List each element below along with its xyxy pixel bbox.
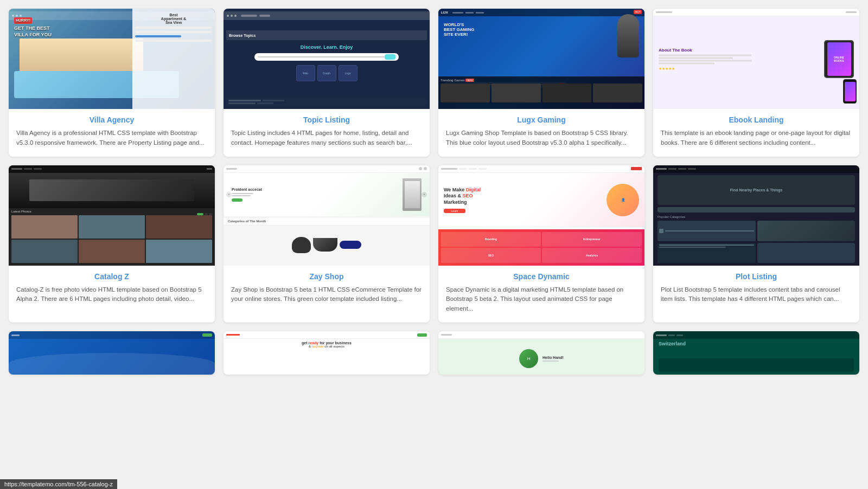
card-space-dynamic[interactable]: We Make DigitalIdeas & SEOMarketing Lear… — [438, 165, 644, 323]
card-body-catalog-z: Catalog Z Catalog-Z is free photo video … — [9, 266, 215, 313]
card-desc-lugx-gaming: Lugx Gaming Shop Template is based on Bo… — [446, 128, 637, 148]
card-body-topic-listing: Topic Listing Topic Listing includes 4 H… — [224, 109, 430, 157]
card-title-catalog-z: Catalog Z — [16, 272, 207, 281]
card-body-villa-agency: Villa Agency Villa Agency is a professio… — [9, 109, 215, 157]
card-body-plot-listing: Plot Listing Plot List Bootstrap 5 templ… — [653, 266, 859, 313]
card-desc-plot-listing: Plot List Bootstrap 5 template includes … — [661, 285, 852, 305]
card-desc-catalog-z: Catalog-Z is free photo video HTML templ… — [16, 285, 207, 305]
card-title-lugx-gaming: Lugx Gaming — [446, 115, 637, 124]
card-body-ebook-landing: Ebook Landing This template is an ebook … — [653, 109, 859, 157]
card-image-bottom-1 — [9, 331, 215, 375]
card-lugx-gaming[interactable]: LIJX HOT WORLD'SBEST GAMINGSITE EVER! — [438, 9, 644, 157]
card-title-zay-shop: Zay Shop — [231, 272, 422, 281]
card-bottom-1[interactable] — [9, 331, 215, 375]
card-villa-agency[interactable]: HURRY! GET THE BEST VILLA FOR YOU BestAp… — [9, 9, 215, 157]
card-image-zay-shop: Proident accecat ‹ › — [224, 165, 430, 266]
card-image-bottom-3: H Hello Hand! — [438, 331, 644, 375]
card-bottom-3[interactable]: H Hello Hand! — [438, 331, 644, 375]
card-desc-zay-shop: Zay Shop is Bootstrap 5 beta 1 HTML CSS … — [231, 285, 422, 305]
card-image-bottom-4: Switzerland — [653, 331, 859, 375]
card-image-topic-listing: Discover. Learn. Enjoy Web Graph Logo Br… — [224, 9, 430, 109]
card-image-space-dynamic: We Make DigitalIdeas & SEOMarketing Lear… — [438, 165, 644, 266]
card-body-space-dynamic: Space Dynamic Space Dynamic is a digital… — [438, 266, 644, 323]
card-title-ebook-landing: Ebook Landing — [661, 115, 852, 124]
card-catalog-z[interactable]: Latest Photos — [9, 165, 215, 323]
card-desc-topic-listing: Topic Listing includes 4 HTML pages for … — [231, 128, 422, 148]
card-title-topic-listing: Topic Listing — [231, 115, 422, 124]
card-title-plot-listing: Plot Listing — [661, 272, 852, 281]
card-image-ebook-landing: About The Book ★★★★★ — [653, 9, 859, 109]
card-image-villa-agency: HURRY! GET THE BEST VILLA FOR YOU BestAp… — [9, 9, 215, 109]
card-image-catalog-z: Latest Photos — [9, 165, 215, 266]
card-ebook-landing[interactable]: About The Book ★★★★★ — [653, 9, 859, 157]
card-plot-listing[interactable]: Find Nearby Places & Things Popular Cate… — [653, 165, 859, 323]
card-grid: HURRY! GET THE BEST VILLA FOR YOU BestAp… — [0, 0, 868, 383]
card-body-lugx-gaming: Lugx Gaming Lugx Gaming Shop Template is… — [438, 109, 644, 157]
card-bottom-4[interactable]: Switzerland — [653, 331, 859, 375]
card-title-villa-agency: Villa Agency — [16, 115, 207, 124]
card-desc-ebook-landing: This template is an ebook landing page o… — [661, 128, 852, 148]
card-image-lugx-gaming: LIJX HOT WORLD'SBEST GAMINGSITE EVER! — [438, 9, 644, 109]
card-desc-villa-agency: Villa Agency is a professional HTML CSS … — [16, 128, 207, 148]
card-title-space-dynamic: Space Dynamic — [446, 272, 637, 281]
card-desc-space-dynamic: Space Dynamic is a digital marketing HTM… — [446, 285, 637, 314]
card-image-bottom-2: get ready for your business & upgrade on… — [224, 331, 430, 375]
card-topic-listing[interactable]: Discover. Learn. Enjoy Web Graph Logo Br… — [224, 9, 430, 157]
card-image-plot-listing: Find Nearby Places & Things Popular Cate… — [653, 165, 859, 266]
card-body-zay-shop: Zay Shop Zay Shop is Bootstrap 5 beta 1 … — [224, 266, 430, 313]
card-bottom-2[interactable]: get ready for your business & upgrade on… — [224, 331, 430, 375]
card-zay-shop[interactable]: Proident accecat ‹ › — [224, 165, 430, 323]
